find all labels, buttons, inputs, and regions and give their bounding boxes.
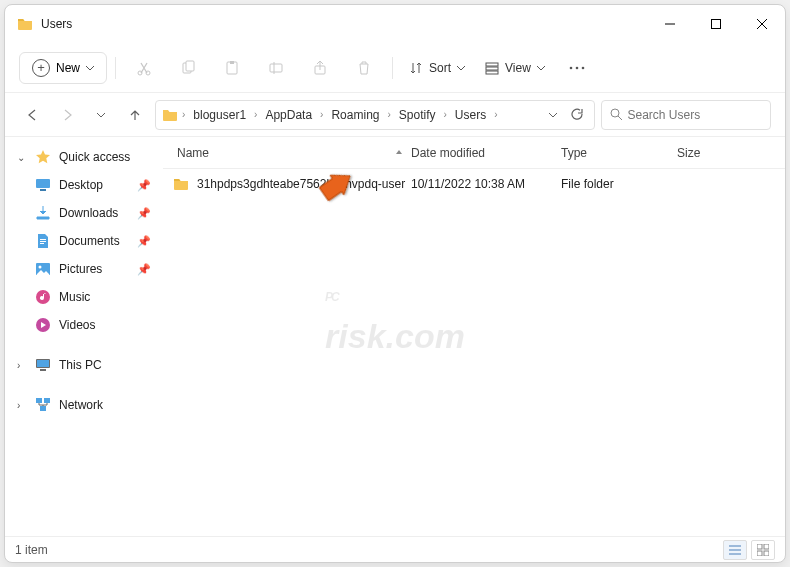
copy-button[interactable] xyxy=(168,50,208,86)
more-button[interactable] xyxy=(557,50,597,86)
view-label: View xyxy=(505,61,531,75)
content-area: ⌄ Quick access Desktop 📌 Downloads 📌 Doc… xyxy=(5,137,785,536)
close-button[interactable] xyxy=(739,5,785,43)
cut-button[interactable] xyxy=(124,50,164,86)
maximize-button[interactable] xyxy=(693,5,739,43)
details-view-button[interactable] xyxy=(723,540,747,560)
folder-icon xyxy=(162,107,178,123)
column-header-date[interactable]: Date modified xyxy=(411,146,561,160)
delete-button[interactable] xyxy=(344,50,384,86)
sidebar-music[interactable]: Music xyxy=(9,283,159,311)
breadcrumb-item[interactable]: bloguser1 xyxy=(189,108,250,122)
search-input[interactable] xyxy=(628,108,763,122)
network-icon xyxy=(35,397,51,413)
rename-button[interactable] xyxy=(256,50,296,86)
sidebar-desktop[interactable]: Desktop 📌 xyxy=(9,171,159,199)
sidebar-item-label: Music xyxy=(59,290,90,304)
downloads-icon xyxy=(35,205,51,221)
file-row[interactable]: 31hpdps3gdhteabe7562kzohvpdq-user 10/11/… xyxy=(163,169,785,199)
svg-rect-7 xyxy=(186,61,194,71)
sidebar-documents[interactable]: Documents 📌 xyxy=(9,227,159,255)
sidebar-downloads[interactable]: Downloads 📌 xyxy=(9,199,159,227)
forward-button[interactable] xyxy=(53,101,81,129)
sidebar-item-label: This PC xyxy=(59,358,102,372)
file-type: File folder xyxy=(561,177,677,191)
column-header-type[interactable]: Type xyxy=(561,146,677,160)
file-explorer-window: Users + New Sort View xyxy=(4,4,786,563)
chevron-down-icon xyxy=(457,64,465,72)
svg-rect-21 xyxy=(36,179,50,188)
sort-label: Sort xyxy=(429,61,451,75)
column-headers: Name Date modified Type Size xyxy=(163,137,785,169)
column-header-name[interactable]: Name xyxy=(163,146,411,160)
breadcrumb-item[interactable]: Users xyxy=(451,108,490,122)
star-icon xyxy=(35,149,51,165)
pin-icon: 📌 xyxy=(137,235,151,248)
videos-icon xyxy=(35,317,51,333)
recent-button[interactable] xyxy=(87,101,115,129)
file-date: 10/11/2022 10:38 AM xyxy=(411,177,561,191)
breadcrumb-item[interactable]: AppData xyxy=(261,108,316,122)
breadcrumb-item[interactable]: Spotify xyxy=(395,108,440,122)
sidebar-item-label: Videos xyxy=(59,318,95,332)
new-button[interactable]: + New xyxy=(19,52,107,84)
sidebar-item-label: Documents xyxy=(59,234,120,248)
sidebar-videos[interactable]: Videos xyxy=(9,311,159,339)
back-button[interactable] xyxy=(19,101,47,129)
minimize-button[interactable] xyxy=(647,5,693,43)
sidebar-item-label: Pictures xyxy=(59,262,102,276)
sidebar-network[interactable]: › Network xyxy=(9,391,159,419)
svg-rect-10 xyxy=(270,64,282,72)
sidebar-this-pc[interactable]: › This PC xyxy=(9,351,159,379)
svg-rect-31 xyxy=(44,398,50,403)
titlebar: Users xyxy=(5,5,785,43)
sort-arrow-icon xyxy=(395,149,403,157)
documents-icon xyxy=(35,233,51,249)
svg-point-16 xyxy=(570,66,573,69)
svg-rect-32 xyxy=(40,406,46,411)
folder-icon xyxy=(173,176,189,192)
breadcrumb-item[interactable]: Roaming xyxy=(327,108,383,122)
sidebar-item-label: Network xyxy=(59,398,103,412)
window-title: Users xyxy=(41,17,72,31)
refresh-button[interactable] xyxy=(566,104,588,126)
up-button[interactable] xyxy=(121,101,149,129)
svg-rect-30 xyxy=(36,398,42,403)
pc-icon xyxy=(35,357,51,373)
svg-point-19 xyxy=(611,109,619,117)
breadcrumb[interactable]: › bloguser1› AppData› Roaming› Spotify› … xyxy=(155,100,595,130)
svg-rect-1 xyxy=(712,20,721,29)
sidebar-item-label: Downloads xyxy=(59,206,118,220)
chevron-right-icon: › xyxy=(17,360,27,371)
address-bar: › bloguser1› AppData› Roaming› Spotify› … xyxy=(5,93,785,137)
svg-point-24 xyxy=(39,266,42,269)
svg-point-17 xyxy=(576,66,579,69)
svg-rect-39 xyxy=(764,551,769,556)
pictures-icon xyxy=(35,261,51,277)
pin-icon: 📌 xyxy=(137,207,151,220)
share-button[interactable] xyxy=(300,50,340,86)
view-button[interactable]: View xyxy=(477,55,553,81)
chevron-down-icon[interactable] xyxy=(542,104,564,126)
desktop-icon xyxy=(35,177,51,193)
svg-rect-15 xyxy=(486,71,498,74)
svg-rect-29 xyxy=(40,369,46,371)
paste-button[interactable] xyxy=(212,50,252,86)
svg-rect-38 xyxy=(757,551,762,556)
svg-rect-14 xyxy=(486,67,498,70)
sidebar-item-label: Desktop xyxy=(59,178,103,192)
sort-button[interactable]: Sort xyxy=(401,55,473,81)
search-box[interactable] xyxy=(601,100,771,130)
view-icon xyxy=(485,61,499,75)
thumbnails-view-button[interactable] xyxy=(751,540,775,560)
svg-rect-22 xyxy=(40,189,46,191)
sidebar-quick-access[interactable]: ⌄ Quick access xyxy=(9,143,159,171)
column-header-size[interactable]: Size xyxy=(677,146,785,160)
toolbar: + New Sort View xyxy=(5,43,785,93)
svg-rect-9 xyxy=(230,61,234,64)
svg-rect-36 xyxy=(757,544,762,549)
sidebar-pictures[interactable]: Pictures 📌 xyxy=(9,255,159,283)
chevron-down-icon xyxy=(537,64,545,72)
folder-icon xyxy=(17,16,33,32)
chevron-down-icon xyxy=(86,64,94,72)
